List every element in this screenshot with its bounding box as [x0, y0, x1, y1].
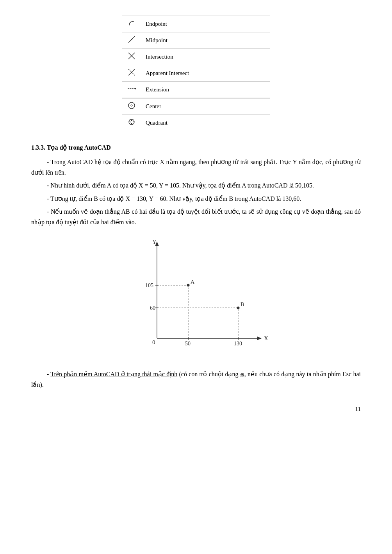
svg-point-26: [237, 307, 240, 309]
svg-line-6: [128, 69, 135, 75]
endpoint-label: Endpoint: [141, 16, 270, 32]
snap-table-wrapper: Endpoint Midpoint: [31, 16, 361, 131]
table-row: Extension: [122, 82, 270, 98]
last-para-rest: (có con trỏ chuột dạng: [177, 371, 240, 377]
page-number: 11: [31, 406, 361, 413]
quadrant-icon-cell: [122, 115, 141, 131]
extension-icon: [127, 84, 136, 93]
x-50-label: 50: [185, 341, 191, 347]
page-content: Endpoint Midpoint: [31, 16, 361, 413]
paragraph-3: - Tương tự, điểm B có tọa độ X = 130, Y …: [31, 193, 361, 204]
apparent-intersect-label: Apparent Intersect: [141, 65, 270, 82]
table-row: Apparent Intersect: [122, 65, 270, 82]
center-label: Center: [141, 98, 270, 115]
extension-icon-cell: [122, 82, 141, 98]
chart-wrapper: Y X 0 A 105: [31, 237, 361, 362]
point-b-label: B: [241, 302, 244, 307]
last-paragraph: - Trên phần mềm AutoCAD ở trạng thái mặc…: [31, 369, 361, 390]
paragraph-2: - Như hình dưới, điểm A có tọa độ X = 50…: [31, 180, 361, 191]
table-row: Center: [122, 98, 270, 115]
extension-label: Extension: [141, 82, 270, 98]
snap-table: Endpoint Midpoint: [122, 16, 270, 131]
origin-label: 0: [152, 339, 155, 345]
endpoint-icon-cell: [122, 16, 141, 32]
quadrant-label: Quadrant: [141, 115, 270, 131]
table-row: Intersection: [122, 49, 270, 65]
endpoint-icon: [127, 18, 136, 28]
svg-point-9: [128, 102, 135, 109]
last-para-prefix: -: [47, 371, 50, 377]
svg-point-22: [187, 284, 190, 287]
svg-point-8: [135, 88, 136, 89]
intersection-label: Intersection: [141, 49, 270, 65]
y-60-label: 60: [150, 305, 155, 311]
intersection-icon-cell: [122, 49, 141, 65]
center-icon: [127, 101, 136, 110]
section-heading: 1.3.3. Tọa độ trong AutoCAD: [31, 144, 361, 151]
paragraph-4: - Nếu muốn vẽ đoạn thẳng AB có hai đầu l…: [31, 206, 361, 227]
midpoint-label: Midpoint: [141, 32, 270, 49]
x-axis-label: X: [264, 335, 268, 341]
quadrant-icon: [127, 117, 136, 127]
svg-point-10: [131, 105, 132, 106]
x-130-label: 130: [234, 341, 242, 347]
cursor-symbol: ⊕: [240, 372, 244, 377]
table-row: Midpoint: [122, 32, 270, 49]
table-row: Endpoint: [122, 16, 270, 32]
intersection-icon: [127, 51, 136, 61]
apparent-intersect-icon: [127, 68, 136, 77]
svg-line-2: [131, 39, 132, 40]
apparent-intersect-icon-cell: [122, 65, 141, 82]
table-row: Quadrant: [122, 115, 270, 131]
midpoint-icon: [127, 35, 136, 44]
svg-marker-19: [257, 336, 262, 340]
paragraph-1: - Trong AutoCAD hệ tọa độ chuẩn có trục …: [31, 157, 361, 178]
point-a-label: A: [191, 279, 195, 285]
svg-point-0: [133, 21, 134, 22]
center-icon-cell: [122, 98, 141, 115]
last-para-underlined: Trên phần mềm AutoCAD ở trạng thái mặc đ…: [50, 371, 177, 377]
y-axis-label: Y: [152, 239, 157, 245]
y-105-label: 105: [145, 282, 153, 288]
coordinate-chart: Y X 0 A 105: [118, 237, 274, 362]
midpoint-icon-cell: [122, 32, 141, 49]
